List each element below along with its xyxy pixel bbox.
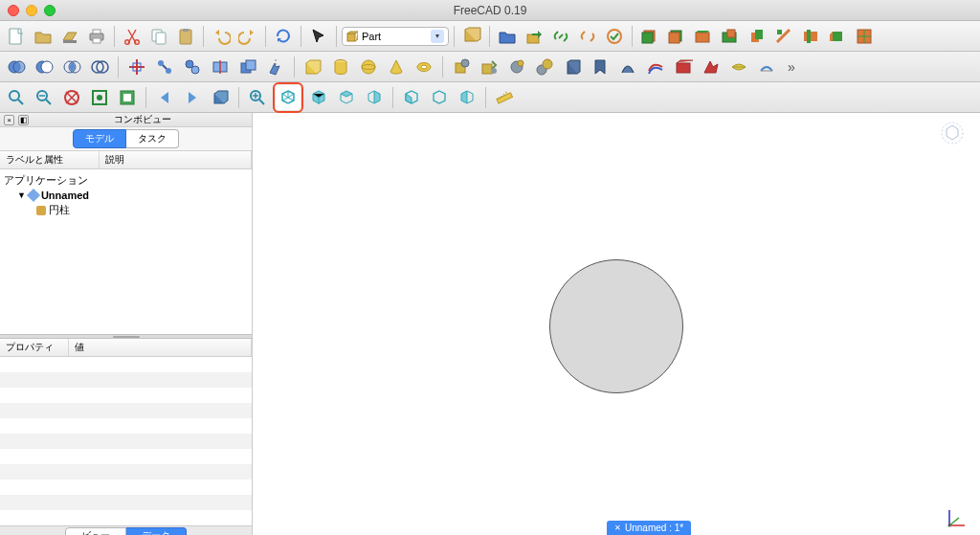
save-file-button[interactable] <box>57 24 82 49</box>
3d-viewport[interactable]: Unnamed : 1* <box>253 113 980 535</box>
tab-task[interactable]: タスク <box>126 129 179 148</box>
nav-cube-button[interactable] <box>208 85 233 110</box>
undo-button[interactable] <box>209 24 234 49</box>
fit-button[interactable] <box>87 85 112 110</box>
plane-button[interactable] <box>532 55 557 79</box>
link-import-button[interactable] <box>575 24 600 49</box>
export-button[interactable] <box>522 24 546 49</box>
sphere-button[interactable] <box>356 55 381 79</box>
wire-button[interactable] <box>152 55 177 79</box>
prism-button[interactable] <box>449 55 474 79</box>
zoom-out-button[interactable] <box>32 85 56 110</box>
rear-view-button[interactable] <box>399 85 424 110</box>
fitall-button[interactable] <box>115 85 140 110</box>
open-file-button[interactable] <box>31 24 56 49</box>
bbox-button[interactable] <box>59 85 84 110</box>
svg-point-47 <box>362 60 375 74</box>
minimize-window-icon[interactable] <box>26 5 37 16</box>
zoom-in-button[interactable] <box>4 85 29 110</box>
panel-pin-icon[interactable]: ◧ <box>18 115 29 125</box>
part-op3-button[interactable] <box>691 24 716 49</box>
cone-button[interactable] <box>384 55 409 79</box>
svg-point-58 <box>543 59 552 69</box>
offset3d-button[interactable] <box>643 55 668 79</box>
model-tree[interactable]: アプリケーション ▼Unnamed 円柱 <box>0 169 252 334</box>
part-op9-button[interactable] <box>852 24 877 49</box>
print-button[interactable] <box>84 24 109 49</box>
measure-button[interactable] <box>492 85 517 110</box>
part-cut-button[interactable] <box>459 24 484 49</box>
refresh-button[interactable] <box>271 24 296 49</box>
clone-button[interactable] <box>180 55 205 79</box>
zoom-window-icon[interactable] <box>44 5 56 16</box>
new-file-button[interactable] <box>4 24 29 49</box>
ruled-button[interactable] <box>560 55 585 79</box>
cylinder-top-face[interactable] <box>549 259 683 393</box>
nav-left-button[interactable] <box>152 85 177 110</box>
svg-rect-4 <box>93 38 100 43</box>
thickness-button[interactable] <box>671 55 696 79</box>
defeature-button[interactable] <box>754 55 779 79</box>
bool-b-button[interactable] <box>32 55 56 79</box>
panel-close-icon[interactable]: × <box>4 115 14 125</box>
part-op7-button[interactable] <box>798 24 823 49</box>
document-tab[interactable]: Unnamed : 1* <box>607 521 691 535</box>
right-view-button[interactable] <box>362 85 387 110</box>
part-op2-button[interactable] <box>664 24 689 49</box>
property-grid[interactable] <box>0 357 252 525</box>
check-button[interactable] <box>726 55 751 79</box>
tree-root[interactable]: アプリケーション <box>4 172 248 189</box>
separator <box>294 56 295 78</box>
left-view-button[interactable] <box>455 85 479 110</box>
cylinder-button[interactable] <box>328 55 353 79</box>
front-view-button[interactable] <box>306 85 331 110</box>
boolean-button[interactable] <box>235 55 260 79</box>
iso-view-button[interactable] <box>276 85 301 110</box>
torus-button[interactable] <box>412 55 436 79</box>
datum-button[interactable] <box>124 55 149 79</box>
toolbar-overflow-button[interactable]: » <box>782 59 801 75</box>
separator <box>301 26 301 47</box>
top-view-button[interactable] <box>334 85 359 110</box>
part-op4-button[interactable] <box>718 24 743 49</box>
part-op1-button[interactable] <box>637 24 662 49</box>
nav-right-button[interactable] <box>180 85 205 110</box>
zoom-tool-button[interactable] <box>245 85 270 110</box>
shapebuilder-button[interactable] <box>504 55 529 79</box>
link-select-button[interactable] <box>602 24 627 49</box>
property-tabs: ビュー データ <box>0 525 252 535</box>
refine-button[interactable] <box>699 55 724 79</box>
tree-doc[interactable]: ▼Unnamed <box>4 189 248 202</box>
svg-rect-26 <box>807 30 811 43</box>
sweep-button[interactable] <box>615 55 640 79</box>
close-window-icon[interactable] <box>8 5 19 16</box>
cut-button[interactable] <box>120 24 145 49</box>
split-button[interactable] <box>208 55 233 79</box>
bool-d-button[interactable] <box>87 55 112 79</box>
svg-rect-9 <box>180 30 191 44</box>
tab-model[interactable]: モデル <box>73 129 126 148</box>
tab-view[interactable]: ビュー <box>65 527 126 535</box>
link-make-button[interactable] <box>548 24 573 49</box>
loft-button[interactable] <box>588 55 612 79</box>
part-op5-button[interactable] <box>745 24 769 49</box>
bool-a-button[interactable] <box>4 55 29 79</box>
builder-button[interactable] <box>477 55 501 79</box>
box-button[interactable] <box>301 55 325 79</box>
separator <box>454 26 455 47</box>
nav-cube-widget[interactable] <box>940 121 965 145</box>
bottom-view-button[interactable] <box>427 85 452 110</box>
workbench-selector[interactable]: Part <box>342 27 449 46</box>
paste-button[interactable] <box>173 24 198 49</box>
tree-item-cylinder[interactable]: 円柱 <box>4 202 248 218</box>
open-project-button[interactable] <box>495 24 520 49</box>
copy-button[interactable] <box>146 24 171 49</box>
tab-data[interactable]: データ <box>126 527 187 535</box>
redo-button[interactable] <box>235 24 260 49</box>
part-op8-button[interactable] <box>825 24 850 49</box>
mirror-button[interactable] <box>263 55 288 79</box>
bool-c-button[interactable] <box>59 55 84 79</box>
cursor-button[interactable] <box>306 24 331 49</box>
part-op6-button[interactable] <box>771 24 796 49</box>
svg-rect-10 <box>183 29 189 32</box>
